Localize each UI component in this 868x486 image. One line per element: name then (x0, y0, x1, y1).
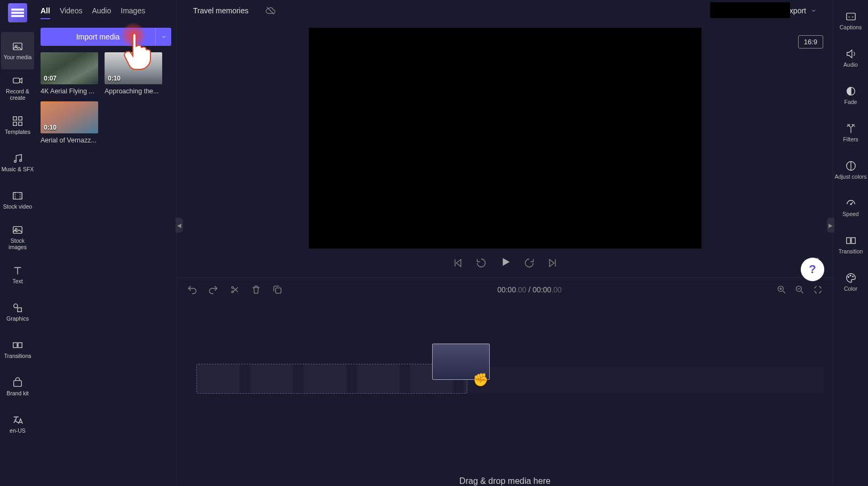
play-button[interactable] (499, 256, 511, 270)
prop-label: Fade (845, 99, 857, 106)
language-icon (11, 414, 24, 426)
svg-rect-14 (13, 343, 17, 348)
split-icon[interactable] (229, 284, 240, 295)
tab-videos[interactable]: Videos (60, 6, 83, 19)
nav-text[interactable]: Text (1, 256, 34, 293)
svg-point-11 (15, 229, 17, 231)
zoom-in-icon[interactable] (776, 284, 787, 295)
prop-speed[interactable]: Speed (834, 189, 867, 226)
media-item[interactable]: 0:10 Approaching the... (105, 52, 162, 95)
nav-record-create[interactable]: Record & create (1, 69, 34, 107)
media-thumbnail-image: 0:07 (41, 52, 98, 84)
svg-point-8 (20, 160, 22, 162)
graphics-icon (11, 302, 24, 314)
svg-rect-16 (14, 381, 22, 387)
tab-all[interactable]: All (41, 6, 50, 19)
nav-label: Templates (5, 129, 30, 136)
svg-point-29 (850, 275, 851, 276)
stockimages-icon (11, 224, 24, 236)
aspect-ratio-button[interactable]: 16:9 (798, 35, 823, 49)
media-duration: 0:10 (44, 124, 57, 131)
nav-label: Stock images (1, 238, 34, 250)
right-properties-rail: ▶ Captions Audio Fade Filters Adjust col… (833, 0, 868, 486)
rewind-icon[interactable] (476, 258, 487, 268)
svg-point-28 (848, 276, 849, 277)
media-item[interactable]: 0:07 4K Aerial Flying ... (41, 52, 98, 95)
undo-icon[interactable] (187, 284, 197, 295)
prop-transition[interactable]: Transition (834, 226, 867, 264)
nav-stock-video[interactable]: Stock video (1, 181, 34, 219)
filters-icon (845, 123, 857, 134)
prop-captions[interactable]: Captions (834, 2, 867, 39)
adjust-icon (845, 160, 857, 172)
timeline-track[interactable] (465, 367, 823, 393)
timeline-toolbar: 00:00.00 / 00:00.00 (177, 277, 833, 301)
svg-rect-26 (846, 238, 850, 244)
svg-rect-4 (19, 117, 22, 120)
audio-icon (845, 48, 857, 60)
play-icon (499, 256, 511, 268)
duplicate-icon[interactable] (272, 284, 283, 295)
redo-icon[interactable] (208, 284, 219, 295)
header-spacer (710, 2, 790, 18)
tab-images[interactable]: Images (121, 6, 145, 19)
media-icon (11, 41, 24, 52)
stockvideo-icon (11, 190, 24, 202)
svg-point-30 (852, 276, 853, 277)
media-thumbnails: 0:07 4K Aerial Flying ... 0:10 Approachi… (35, 52, 177, 144)
nav-your-media[interactable]: Your media (1, 32, 34, 69)
svg-rect-5 (13, 122, 17, 125)
svg-point-18 (232, 291, 233, 292)
grab-cursor-icon: ✊ (473, 372, 489, 387)
prop-fade[interactable]: Fade (834, 77, 867, 114)
prop-label: Audio (843, 62, 858, 68)
media-name: 4K Aerial Flying ... (41, 87, 98, 95)
preview-area: 16:9 (187, 28, 823, 270)
svg-point-12 (14, 304, 18, 308)
svg-rect-13 (18, 308, 21, 312)
nav-label: Your media (4, 54, 32, 61)
timeline-drop-slot[interactable] (196, 364, 467, 394)
help-button[interactable]: ? (801, 258, 824, 281)
media-item[interactable]: 0:10 Aerial of Vernazz... (41, 101, 98, 144)
nav-graphics[interactable]: Graphics (1, 293, 34, 331)
import-media-wrap: Import media (35, 23, 177, 52)
center-column: Travel memories Export 16:9 (177, 0, 833, 486)
project-title[interactable]: Travel memories (193, 6, 249, 15)
templates-icon (11, 115, 24, 127)
nav-templates[interactable]: Templates (1, 107, 34, 144)
timeline-zoom-controls (776, 284, 823, 295)
app-logo[interactable] (8, 3, 27, 22)
chevron-down-icon (810, 7, 817, 14)
forward-icon[interactable] (524, 258, 535, 268)
nav-stock-images[interactable]: Stock images (1, 219, 34, 256)
prop-adjust-colors[interactable]: Adjust colors (834, 152, 867, 189)
skip-forward-icon[interactable] (547, 258, 558, 268)
prop-color[interactable]: Color (834, 264, 867, 301)
nav-brand-kit[interactable]: Brand kit (1, 368, 34, 405)
zoom-fit-icon[interactable] (813, 284, 823, 295)
nav-music-sfx[interactable]: Music & SFX (1, 144, 34, 181)
nav-transitions[interactable]: Transitions (1, 331, 34, 368)
import-media-button[interactable]: Import media (41, 28, 155, 46)
svg-point-17 (232, 286, 233, 288)
timeline-area[interactable]: ✊ Drag & drop media here (177, 301, 833, 486)
nav-label: Brand kit (6, 391, 28, 397)
media-thumbnail-image: 0:10 (41, 101, 98, 133)
video-preview[interactable] (309, 28, 702, 249)
prop-filters[interactable]: Filters (834, 114, 867, 152)
prop-label: Transition (839, 249, 863, 255)
record-icon (11, 75, 24, 86)
collapse-right-panel-button[interactable]: ▶ (827, 218, 834, 233)
delete-icon[interactable] (251, 284, 261, 295)
media-thumbnail-image: 0:10 (105, 52, 162, 84)
import-media-dropdown[interactable] (155, 28, 171, 46)
cloud-sync-icon[interactable] (265, 5, 276, 16)
prop-label: Filters (843, 137, 858, 143)
zoom-out-icon[interactable] (794, 284, 805, 295)
prop-audio[interactable]: Audio (834, 39, 867, 77)
skip-back-icon[interactable] (452, 258, 463, 268)
nav-language[interactable]: en-US (1, 405, 34, 443)
tab-audio[interactable]: Audio (92, 6, 111, 19)
nav-label: en-US (10, 428, 26, 434)
